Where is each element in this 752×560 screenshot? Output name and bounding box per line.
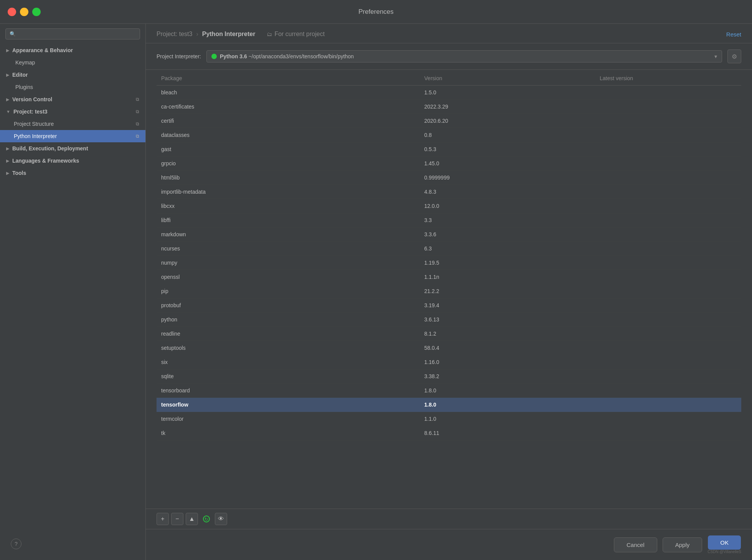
interpreter-select[interactable]: Python 3.6 ~/opt/anaconda3/envs/tensorfl…	[206, 50, 722, 63]
sidebar-item-python-interpreter[interactable]: Python Interpreter ⧉	[0, 130, 145, 142]
latest-version-cell	[595, 355, 741, 369]
table-row[interactable]: protobuf3.19.4	[157, 298, 741, 313]
help-button[interactable]: ?	[11, 539, 21, 549]
sidebar-item-plugins[interactable]: Plugins	[0, 81, 145, 93]
window-title: Preferences	[358, 8, 394, 16]
expand-arrow-languages: ▶	[6, 158, 9, 163]
version-cell: 1.5.0	[420, 86, 595, 100]
table-row[interactable]: numpy1.19.5	[157, 256, 741, 270]
main-content: ▶ Appearance & Behavior Keymap ▶ Editor …	[0, 24, 752, 560]
ok-button[interactable]: OK	[708, 535, 741, 550]
show-packages-button[interactable]: 👁	[215, 513, 227, 525]
package-table-container[interactable]: Package Version Latest version bleach1.5…	[146, 70, 752, 509]
version-cell: 3.38.2	[420, 369, 595, 384]
reset-button[interactable]: Reset	[726, 31, 741, 38]
latest-version-cell	[595, 86, 741, 100]
package-name-cell: readline	[157, 327, 420, 341]
version-cell: 21.2.2	[420, 284, 595, 298]
sidebar-item-version-control[interactable]: ▶ Version Control ⧉	[0, 93, 145, 105]
package-name-cell: ca-certificates	[157, 100, 420, 114]
version-cell: 1.45.0	[420, 156, 595, 171]
version-cell: 1.1.1n	[420, 270, 595, 284]
sidebar-item-keymap[interactable]: Keymap	[0, 56, 145, 69]
cancel-button[interactable]: Cancel	[614, 537, 657, 552]
expand-arrow-version-control: ▶	[6, 97, 9, 102]
table-row[interactable]: grpcio1.45.0	[157, 156, 741, 171]
table-row[interactable]: bleach1.5.0	[157, 86, 741, 100]
maximize-button[interactable]	[32, 8, 41, 16]
version-cell: 1.16.0	[420, 355, 595, 369]
version-cell: 8.6.11	[420, 426, 595, 440]
table-row[interactable]: importlib-metadata4.8.3	[157, 185, 741, 199]
sidebar-item-project-structure[interactable]: Project Structure ⧉	[0, 118, 145, 130]
sidebar-item-build[interactable]: ▶ Build, Execution, Deployment	[0, 142, 145, 155]
sidebar-item-editor[interactable]: ▶ Editor	[0, 69, 145, 81]
package-name-cell: tk	[157, 426, 420, 440]
table-row[interactable]: certifi2020.6.20	[157, 114, 741, 128]
table-row[interactable]: ncurses6.3	[157, 242, 741, 256]
close-button[interactable]	[8, 8, 16, 16]
sidebar-item-project[interactable]: ▼ Project: test3 ⧉	[0, 105, 145, 118]
sidebar-label-plugins: Plugins	[15, 84, 33, 90]
table-row[interactable]: html5lib0.9999999	[157, 171, 741, 185]
gear-button[interactable]: ⚙	[727, 49, 741, 63]
breadcrumb-current: Python Interpreter	[202, 31, 256, 38]
apply-button[interactable]: Apply	[663, 537, 703, 552]
package-name-cell: html5lib	[157, 171, 420, 185]
table-row[interactable]: libffi3.3	[157, 213, 741, 227]
table-row[interactable]: six1.16.0	[157, 355, 741, 369]
table-row[interactable]: setuptools58.0.4	[157, 341, 741, 355]
sidebar: ▶ Appearance & Behavior Keymap ▶ Editor …	[0, 24, 146, 560]
version-cell: 2022.3.29	[420, 100, 595, 114]
up-button[interactable]: ▲	[186, 513, 198, 525]
package-name-cell: tensorboard	[157, 384, 420, 398]
expand-arrow-build: ▶	[6, 146, 9, 151]
add-package-button[interactable]: +	[157, 513, 169, 525]
sidebar-label-python-interpreter: Python Interpreter	[14, 133, 57, 139]
version-cell: 3.3	[420, 213, 595, 227]
interpreter-row: Project Interpreter: Python 3.6 ~/opt/an…	[146, 43, 752, 70]
traffic-lights	[8, 8, 41, 16]
table-row[interactable]: openssl1.1.1n	[157, 270, 741, 284]
table-row[interactable]: termcolor1.1.0	[157, 412, 741, 426]
table-row[interactable]: libcxx12.0.0	[157, 199, 741, 213]
package-name-cell: python	[157, 313, 420, 327]
table-row[interactable]: tensorboard1.8.0	[157, 384, 741, 398]
table-row[interactable]: ca-certificates2022.3.29	[157, 100, 741, 114]
package-name-cell: tensorflow	[157, 398, 420, 412]
latest-version-cell	[595, 298, 741, 313]
table-row[interactable]: markdown3.3.6	[157, 227, 741, 242]
latest-version-cell	[595, 199, 741, 213]
col-header-package: Package	[157, 70, 420, 86]
col-header-latest: Latest version	[595, 70, 741, 86]
remove-package-button[interactable]: −	[171, 513, 183, 525]
table-row[interactable]: readline8.1.2	[157, 327, 741, 341]
sidebar-item-tools[interactable]: ▶ Tools	[0, 167, 145, 179]
version-cell: 1.19.5	[420, 256, 595, 270]
interpreter-path-text: ~/opt/anaconda3/envs/tensorflow/bin/pyth…	[249, 53, 354, 59]
table-row[interactable]: gast0.5.3	[157, 142, 741, 156]
package-name-cell: gast	[157, 142, 420, 156]
sidebar-item-languages[interactable]: ▶ Languages & Frameworks	[0, 155, 145, 167]
svg-text:↻: ↻	[204, 517, 208, 522]
table-row[interactable]: python3.6.13	[157, 313, 741, 327]
table-row[interactable]: tk8.6.11	[157, 426, 741, 440]
panel-header: Project: test3 › Python Interpreter 🗂 Fo…	[146, 24, 752, 43]
package-table-body: bleach1.5.0ca-certificates2022.3.29certi…	[157, 86, 741, 440]
table-row[interactable]: dataclasses0.8	[157, 128, 741, 142]
update-button[interactable]: ↻	[200, 513, 213, 525]
table-row[interactable]: pip21.2.2	[157, 284, 741, 298]
package-name-cell: dataclasses	[157, 128, 420, 142]
minimize-button[interactable]	[20, 8, 28, 16]
table-row[interactable]: tensorflow1.8.0	[157, 398, 741, 412]
latest-version-cell	[595, 369, 741, 384]
col-header-version: Version	[420, 70, 595, 86]
sidebar-item-appearance[interactable]: ▶ Appearance & Behavior	[0, 44, 145, 56]
expand-arrow-appearance: ▶	[6, 48, 9, 53]
table-row[interactable]: sqlite3.38.2	[157, 369, 741, 384]
copy-icon-project-structure: ⧉	[136, 121, 139, 127]
package-name-cell: pip	[157, 284, 420, 298]
version-cell: 0.8	[420, 128, 595, 142]
interpreter-text: Python 3.6 ~/opt/anaconda3/envs/tensorfl…	[220, 53, 711, 59]
search-input[interactable]	[5, 28, 140, 40]
